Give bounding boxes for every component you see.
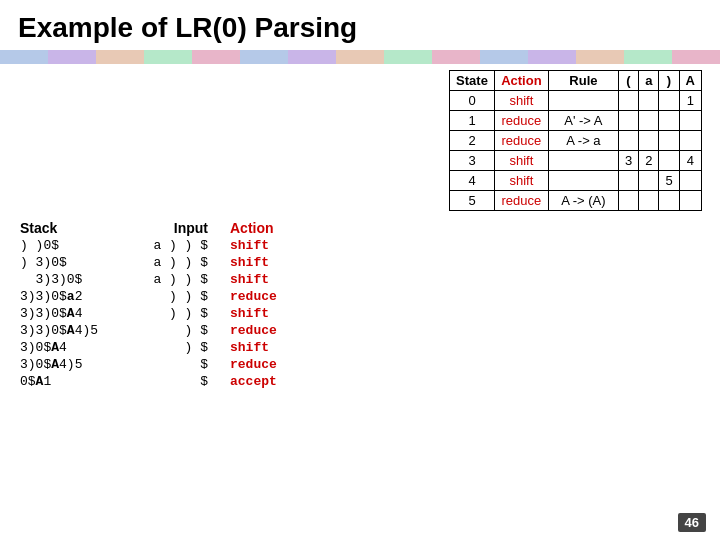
cell-a: [639, 131, 659, 151]
sia-action: shift: [228, 254, 308, 271]
cell-paren-open: 3: [618, 151, 638, 171]
sia-row: ) 3)0$ a ) ) $ shift: [18, 254, 308, 271]
sia-row: 3)3)0$ a ) ) $ shift: [18, 271, 308, 288]
cell-action: reduce: [494, 191, 548, 211]
sia-row: 3)3)0$a2 ) ) $ reduce: [18, 288, 308, 305]
cell-a: [639, 171, 659, 191]
th-state: State: [450, 71, 495, 91]
sia-header-row: Stack Input Action: [18, 219, 308, 237]
cell-a: [639, 191, 659, 211]
cell-rule: [548, 91, 618, 111]
sia-stack: ) )0$: [18, 237, 138, 254]
cell-A: [679, 111, 701, 131]
cell-A: 4: [679, 151, 701, 171]
sia-action: shift: [228, 237, 308, 254]
sia-stack: ) 3)0$: [18, 254, 138, 271]
sia-input: ) $: [138, 339, 228, 356]
th-paren-close: ): [659, 71, 679, 91]
cell-state: 3: [450, 151, 495, 171]
sia-input: a ) ) $: [138, 254, 228, 271]
cell-paren-close: [659, 151, 679, 171]
cell-A: [679, 191, 701, 211]
sia-row: ) )0$ a ) ) $ shift: [18, 237, 308, 254]
table-row: 0 shift 1: [450, 91, 702, 111]
cell-action: shift: [494, 91, 548, 111]
sia-action: shift: [228, 305, 308, 322]
cell-paren-open: [618, 191, 638, 211]
parse-table: State Action Rule ( a ) A 0 shift: [449, 70, 702, 211]
parse-table-container: State Action Rule ( a ) A 0 shift: [449, 70, 702, 211]
cell-action: shift: [494, 151, 548, 171]
cell-paren-close: [659, 91, 679, 111]
sia-action: shift: [228, 339, 308, 356]
page-title: Example of LR(0) Parsing: [0, 0, 720, 50]
th-paren-open: (: [618, 71, 638, 91]
sia-row: 3)3)0$A4)5 ) $ reduce: [18, 322, 308, 339]
sia-stack: 0$A1: [18, 373, 138, 390]
sia-input: ) ) $: [138, 288, 228, 305]
th-a: a: [639, 71, 659, 91]
sia-action: reduce: [228, 288, 308, 305]
sia-stack: 3)0$A4: [18, 339, 138, 356]
th-rule: Rule: [548, 71, 618, 91]
sia-input: a ) ) $: [138, 237, 228, 254]
cell-paren-open: [618, 91, 638, 111]
header-input: Input: [138, 219, 228, 237]
table-row: 3 shift 3 2 4: [450, 151, 702, 171]
sia-input: ) $: [138, 322, 228, 339]
header-action: Action: [228, 219, 308, 237]
cell-a: 2: [639, 151, 659, 171]
cell-A: [679, 171, 701, 191]
th-action: Action: [494, 71, 548, 91]
cell-paren-open: [618, 131, 638, 151]
sia-row: 3)3)0$A4 ) ) $ shift: [18, 305, 308, 322]
cell-A: [679, 131, 701, 151]
cell-action: shift: [494, 171, 548, 191]
cell-state: 2: [450, 131, 495, 151]
cell-action: reduce: [494, 131, 548, 151]
table-row: 5 reduce A -> (A): [450, 191, 702, 211]
table-row: 2 reduce A -> a: [450, 131, 702, 151]
sia-stack: 3)3)0$A4)5: [18, 322, 138, 339]
table-row: 1 reduce A' -> A: [450, 111, 702, 131]
cell-a: [639, 91, 659, 111]
sia-action: shift: [228, 271, 308, 288]
cell-paren-open: [618, 111, 638, 131]
sia-row: 0$A1 $ accept: [18, 373, 308, 390]
sia-input: $: [138, 373, 228, 390]
cell-paren-close: [659, 111, 679, 131]
sia-section: Stack Input Action ) )0$ a ) ) $ shift )…: [0, 211, 720, 390]
cell-A: 1: [679, 91, 701, 111]
cell-state: 4: [450, 171, 495, 191]
cell-state: 1: [450, 111, 495, 131]
page-number: 46: [678, 513, 706, 532]
sia-table: Stack Input Action ) )0$ a ) ) $ shift )…: [18, 219, 308, 390]
cell-rule: A -> (A): [548, 191, 618, 211]
cell-rule: [548, 171, 618, 191]
sia-stack: 3)3)0$A4: [18, 305, 138, 322]
sia-stack: 3)3)0$a2: [18, 288, 138, 305]
page: Example of LR(0) Parsing State Action: [0, 0, 720, 540]
cell-paren-open: [618, 171, 638, 191]
cell-rule: [548, 151, 618, 171]
cell-state: 0: [450, 91, 495, 111]
sia-stack: 3)0$A4)5: [18, 356, 138, 373]
cell-action: reduce: [494, 111, 548, 131]
table-row: 4 shift 5: [450, 171, 702, 191]
cell-a: [639, 111, 659, 131]
sia-stack: 3)3)0$: [18, 271, 138, 288]
cell-rule: A -> a: [548, 131, 618, 151]
color-bars: [0, 50, 720, 64]
sia-input: $: [138, 356, 228, 373]
cell-paren-close: 5: [659, 171, 679, 191]
sia-input: ) ) $: [138, 305, 228, 322]
sia-action: reduce: [228, 356, 308, 373]
sia-action: accept: [228, 373, 308, 390]
cell-paren-close: [659, 191, 679, 211]
cell-state: 5: [450, 191, 495, 211]
th-A: A: [679, 71, 701, 91]
sia-action: reduce: [228, 322, 308, 339]
header-stack: Stack: [18, 219, 138, 237]
sia-input: a ) ) $: [138, 271, 228, 288]
sia-row: 3)0$A4)5 $ reduce: [18, 356, 308, 373]
